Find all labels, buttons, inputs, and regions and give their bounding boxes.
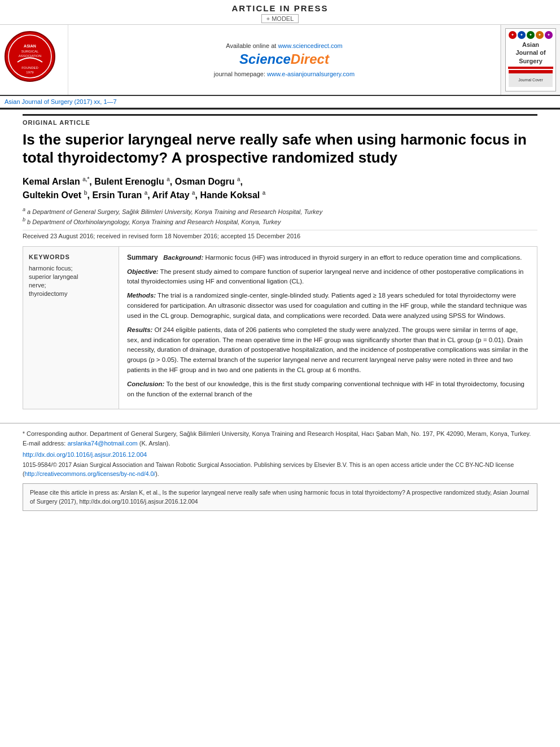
background-text: Harmonic focus (HF) was introduced in th… xyxy=(205,254,522,261)
sciencedirect-logo: ScienceDirect xyxy=(239,51,329,67)
summary-background: Summary Background: Harmonic focus (HF) … xyxy=(127,252,529,263)
journal-title-logo: AsianJournal ofSurgery xyxy=(508,41,553,65)
author-sup-b: b xyxy=(84,190,87,196)
journal-stripe xyxy=(508,67,553,69)
conclusion-title: Conclusion: xyxy=(127,381,164,387)
conclusion-text: To the best of our knowledge, this is th… xyxy=(127,381,524,397)
svg-text:SURGICAL: SURGICAL xyxy=(21,50,39,53)
summary-methods: Methods: The trial is a randomized singl… xyxy=(127,291,529,321)
logo-icons-row: ✦ ✦ ✦ ✦ ✦ xyxy=(508,31,553,39)
received-info: Received 23 August 2016; received in rev… xyxy=(23,230,537,239)
plus-model-label: + MODEL xyxy=(261,14,299,23)
background-title: Background: xyxy=(163,254,203,261)
svg-text:1979: 1979 xyxy=(26,71,34,74)
journal-logo-box: ✦ ✦ ✦ ✦ ✦ AsianJournal ofSurgery Journal… xyxy=(505,28,556,91)
journal-homepage-url[interactable]: www.e-asianjournalsurgery.com xyxy=(267,71,355,77)
methods-title: Methods: xyxy=(127,292,156,299)
footnote-marker: * xyxy=(23,431,25,437)
section-label: ORIGINAL ARTICLE xyxy=(23,114,537,126)
keywords-column: KEYWORDS harmonic focus; superior laryng… xyxy=(23,247,119,409)
author-sup-a: a,* xyxy=(82,176,89,182)
sciencedirect-header: Available online at www.sciencedirect.co… xyxy=(68,25,501,95)
keywords-title: KEYWORDS xyxy=(29,254,113,260)
authors-list: Kemal Arslan a,*, Bulent Erenoglu a, Osm… xyxy=(23,175,537,203)
summary-column: Summary Background: Harmonic focus (HF) … xyxy=(119,247,537,409)
author-sup-a6: a xyxy=(262,190,266,196)
author-sup-a5: a xyxy=(192,190,195,196)
svg-text:ASSOCIATION: ASSOCIATION xyxy=(19,54,42,58)
author-sup-a4: a xyxy=(145,190,148,196)
citation-box: Please cite this article in press as: Ar… xyxy=(23,483,537,512)
journal-reference-line: Asian Journal of Surgery (2017) xx, 1—7 xyxy=(0,96,560,108)
summary-results: Results: Of 244 eligible patients, data … xyxy=(127,325,529,375)
article-title: Is the superior laryngeal nerve really s… xyxy=(23,130,537,167)
methods-text: The trial is a randomized single-center,… xyxy=(127,292,527,319)
email-attribution: (K. Arslan). xyxy=(139,440,170,447)
footer: * Corresponding author. Department of Ge… xyxy=(0,423,560,516)
article-in-press-label: ARTICLE IN PRESS xyxy=(0,3,560,13)
logo-icon-3: ✦ xyxy=(527,31,535,39)
logo-icon-5: ✦ xyxy=(545,31,553,39)
email-label: E-mail address: xyxy=(23,440,65,447)
author-sup-a3: a xyxy=(237,176,240,182)
journal-logo-left: ASIAN SURGICAL ASSOCIATION FOUNDED 1979 xyxy=(0,25,68,95)
keyword-1: harmonic focus; xyxy=(29,265,113,272)
journal-cover-icon: Journal Cover xyxy=(509,70,553,87)
article-in-press-bar: ARTICLE IN PRESS + MODEL xyxy=(0,0,560,25)
svg-text:FOUNDED: FOUNDED xyxy=(21,66,38,69)
page-header: ASIAN SURGICAL ASSOCIATION FOUNDED 1979 … xyxy=(0,25,560,96)
corresponding-author-note: * Corresponding author. Department of Ge… xyxy=(23,429,537,448)
summary-conclusion: Conclusion: To the best of our knowledge… xyxy=(127,379,529,400)
author-sup-a2: a xyxy=(167,176,170,182)
summary-objective: Objective: The present study aimed to co… xyxy=(127,267,529,287)
affiliations: a a Department of General Surgery, Sağlı… xyxy=(23,206,537,226)
sciencedirect-url[interactable]: www.sciencedirect.com xyxy=(278,42,342,49)
results-title: Results: xyxy=(127,326,152,333)
objective-title: Objective: xyxy=(127,268,159,275)
doi-link[interactable]: http://dx.doi.org/10.1016/j.asjsur.2016.… xyxy=(23,451,537,458)
logo-icon-2: ✦ xyxy=(518,31,526,39)
journal-homepage-line: journal homepage: www.e-asianjournalsurg… xyxy=(214,71,355,77)
main-content: ORIGINAL ARTICLE Is the superior larynge… xyxy=(0,110,560,423)
keyword-4: thyroidectomy xyxy=(29,290,113,297)
journal-logo-right: ✦ ✦ ✦ ✦ ✦ AsianJournal ofSurgery Journal… xyxy=(501,25,560,95)
journal-emblem-icon: ASIAN SURGICAL ASSOCIATION FOUNDED 1979 xyxy=(3,28,57,85)
logo-icon-1: ✦ xyxy=(509,31,517,39)
results-text: Of 244 eligible patients, data of 206 pa… xyxy=(127,326,528,373)
available-online-text: Available online at www.sciencedirect.co… xyxy=(226,42,342,49)
svg-text:ASIAN: ASIAN xyxy=(24,44,36,48)
svg-text:Journal Cover: Journal Cover xyxy=(518,78,543,82)
cc-license-link[interactable]: http://creativecommons.org/licenses/by-n… xyxy=(25,470,156,477)
logo-icon-4: ✦ xyxy=(536,31,544,39)
email-address-link[interactable]: arslanka74@hotmail.com xyxy=(67,440,137,447)
svg-rect-9 xyxy=(509,70,553,73)
abstract-section: KEYWORDS harmonic focus; superior laryng… xyxy=(23,246,537,410)
summary-label: Summary xyxy=(127,254,158,261)
keyword-3: nerve; xyxy=(29,282,113,289)
keyword-2: superior laryngeal xyxy=(29,273,113,280)
objective-text: The present study aimed to compare funct… xyxy=(127,268,523,285)
copyright-line: 1015-9584/© 2017 Asian Surgical Associat… xyxy=(23,461,537,479)
